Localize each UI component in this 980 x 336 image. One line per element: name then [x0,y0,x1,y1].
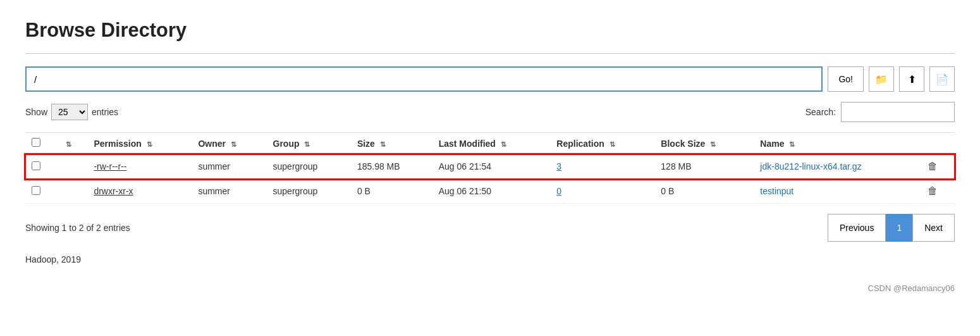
owner-cell: summer [192,179,266,204]
last-modified-sort-icon: ⇅ [501,140,506,149]
search-label: Search: [805,107,836,117]
table-header-row: ⇅ Permission ⇅ Owner ⇅ Group ⇅ Size ⇅ La… [25,133,955,154]
controls-row: Show 10 25 50 100 entries Search: [25,102,955,122]
owner-cell: summer [192,154,266,179]
size-sort-icon: ⇅ [380,140,386,149]
showing-text: Showing 1 to 2 of 2 entries [25,223,130,233]
replication-link[interactable]: 0 [556,186,561,196]
block-size-sort-icon: ⇅ [710,140,716,149]
search-input[interactable] [841,102,955,122]
group-sort-icon: ⇅ [304,140,310,149]
group-cell: supergroup [267,179,351,204]
block-size-cell: 0 B [654,179,754,204]
col-last-modified[interactable]: Last Modified ⇅ [432,133,551,154]
search-box: Search: [805,102,955,122]
page-1-button[interactable]: 1 [886,214,912,242]
select-all-checkbox[interactable] [32,138,40,147]
size-cell: 185.98 MB [351,154,432,179]
size-cell: 0 B [351,179,432,204]
previous-button[interactable]: Previous [828,214,886,242]
file-name-link[interactable]: testinput [760,186,793,196]
col-group[interactable]: Group ⇅ [267,133,351,154]
entries-select[interactable]: 10 25 50 100 [51,104,88,120]
replication-link[interactable]: 3 [556,161,561,171]
next-button[interactable]: Next [912,214,955,242]
upload-icon: ⬆ [908,73,916,85]
permission-link[interactable]: -rw-r--r-- [94,161,126,171]
row-checkbox[interactable] [32,186,40,195]
col-permission[interactable]: Permission ⇅ [87,133,192,154]
name-sort-icon: ⇅ [789,140,795,149]
replication-sort-icon: ⇅ [609,140,615,149]
row-checkbox[interactable] [32,161,40,170]
show-label: Show [25,107,47,117]
col-block-size[interactable]: Block Size ⇅ [654,133,754,154]
col-owner[interactable]: Owner ⇅ [192,133,266,154]
hadoop-label: Hadoop, 2019 [25,254,955,264]
table-row: drwxr-xr-xsummersupergroup0 BAug 06 21:5… [25,179,955,204]
delete-icon[interactable]: 🗑 [928,161,938,171]
last-modified-cell: Aug 06 21:50 [432,179,551,204]
col-replication[interactable]: Replication ⇅ [550,133,654,154]
pagination: Showing 1 to 2 of 2 entries Previous 1 N… [25,214,955,242]
divider [25,53,955,54]
col-sort: ⇅ [57,133,87,154]
col-name[interactable]: Name ⇅ [754,133,921,154]
page-buttons: Previous 1 Next [828,214,955,242]
page-title: Browse Directory [25,19,955,42]
path-row: Go! 📁 ⬆ 📄 [25,66,955,92]
file-name-link[interactable]: jdk-8u212-linux-x64.tar.gz [760,161,861,171]
last-modified-cell: Aug 06 21:54 [432,154,551,179]
footer-credit: CSDN @Redamancy06 [25,283,955,293]
block-size-cell: 128 MB [654,154,754,179]
col-checkbox [25,133,57,154]
col-actions [921,133,955,154]
go-button[interactable]: Go! [828,66,864,92]
sort-all-icon: ⇅ [66,140,71,149]
show-entries: Show 10 25 50 100 entries [25,104,118,120]
col-size[interactable]: Size ⇅ [351,133,432,154]
folder-icon: 📁 [875,73,888,85]
delete-icon[interactable]: 🗑 [928,185,938,196]
folder-icon-button[interactable]: 📁 [869,66,894,92]
directory-table: ⇅ Permission ⇅ Owner ⇅ Group ⇅ Size ⇅ La… [25,132,955,204]
upload-icon-button[interactable]: ⬆ [899,66,924,92]
document-icon-button[interactable]: 📄 [929,66,955,92]
owner-sort-icon: ⇅ [231,140,236,149]
table-row: -rw-r--r--summersupergroup185.98 MBAug 0… [25,154,955,179]
path-input[interactable] [25,66,823,92]
group-cell: supergroup [267,154,351,179]
permission-link[interactable]: drwxr-xr-x [94,186,133,196]
entries-label: entries [92,107,118,117]
permission-sort-icon: ⇅ [147,140,152,149]
document-icon: 📄 [936,73,948,85]
